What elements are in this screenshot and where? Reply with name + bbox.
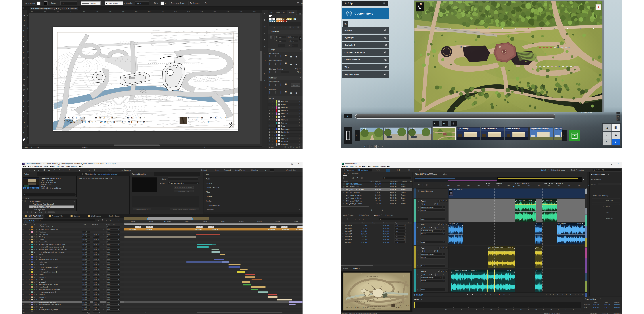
svg-text:OL...: OL...: [536, 270, 539, 271]
svg-text:Pan ▼: Pan ▼: [507, 270, 511, 271]
svg-text:MASTER PLAN: MASTER PLAN: [346, 307, 370, 309]
svg-text:OL... OLT_stem2_0174: OL... OLT_stem2_0174: [488, 246, 503, 248]
svg-text:FRANK LLOYD WRIGHT ARCHITECT: FRANK LLOYD WRIGHT ARCHITECT: [64, 121, 150, 124]
svg-text:DALLAS THEATER CENTER: DALLAS THEATER CENTER: [64, 116, 148, 119]
svg-text:OL...: OL...: [536, 223, 539, 225]
svg-text:Volume ▼: Volume ▼: [577, 223, 583, 225]
svg-text:OLT_stem4_0...: OLT_stem4_0...: [449, 223, 459, 225]
svg-text:OLT_full_0174: OLT_full_0174: [516, 200, 524, 201]
svg-text:OL...: OL...: [536, 246, 539, 248]
svg-text:Volume ▼: Volume ▼: [507, 246, 513, 248]
svg-text:SITE PLAN: SITE PLAN: [396, 305, 410, 307]
svg-text:S: S: [348, 11, 350, 14]
svg-text:OLT_full_0174: OLT_full_0174: [558, 223, 566, 225]
svg-text:SHEET: SHEET: [396, 307, 404, 309]
svg-text:Pan ▼: Pan ▼: [528, 200, 532, 201]
svg-text:OLT_stem3_0174 Pan ▼ OLT_st: OLT_stem3_0174 Pan ▼ OLT_stem3_0...: [452, 270, 478, 271]
svg-text:SITE PLAN: SITE PLAN: [188, 116, 230, 119]
svg-text:SCALE: 1/4"=1'-0": SCALE: 1/4"=1'-0": [188, 119, 203, 121]
svg-text:OLT_full_0174: OLT_full_0174: [543, 200, 552, 201]
svg-text:SHEET: SHEET: [188, 121, 212, 124]
